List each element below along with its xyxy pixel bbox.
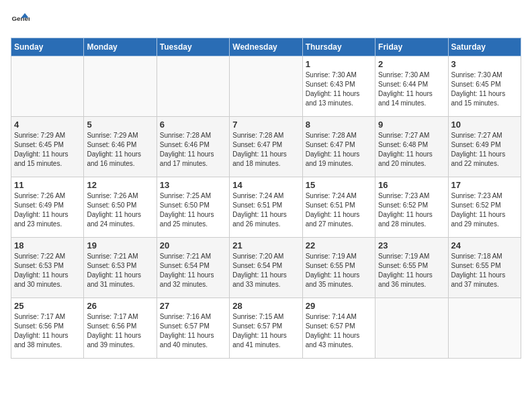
calendar-cell (230, 56, 302, 117)
day-number: 20 (160, 240, 226, 250)
day-detail: Sunrise: 7:30 AM Sunset: 6:44 PM Dayligh… (378, 71, 445, 108)
calendar-cell (11, 56, 84, 117)
day-detail: Sunrise: 7:20 AM Sunset: 6:54 PM Dayligh… (232, 252, 299, 289)
calendar-cell: 27Sunrise: 7:16 AM Sunset: 6:57 PM Dayli… (157, 298, 229, 359)
day-detail: Sunrise: 7:28 AM Sunset: 6:46 PM Dayligh… (160, 131, 226, 169)
day-number: 27 (160, 301, 226, 311)
calendar-cell: 6Sunrise: 7:28 AM Sunset: 6:46 PM Daylig… (157, 117, 229, 177)
day-number: 29 (306, 301, 372, 311)
day-detail: Sunrise: 7:22 AM Sunset: 6:53 PM Dayligh… (14, 252, 81, 289)
calendar-cell: 16Sunrise: 7:23 AM Sunset: 6:52 PM Dayli… (375, 177, 448, 238)
day-detail: Sunrise: 7:14 AM Sunset: 6:57 PM Dayligh… (306, 312, 372, 350)
day-number: 9 (378, 120, 445, 130)
day-detail: Sunrise: 7:30 AM Sunset: 6:43 PM Dayligh… (306, 71, 372, 108)
day-detail: Sunrise: 7:27 AM Sunset: 6:49 PM Dayligh… (451, 131, 518, 169)
calendar-cell: 23Sunrise: 7:19 AM Sunset: 6:55 PM Dayli… (375, 238, 448, 298)
calendar-week-row: 11Sunrise: 7:26 AM Sunset: 6:49 PM Dayli… (11, 177, 521, 238)
day-detail: Sunrise: 7:28 AM Sunset: 6:47 PM Dayligh… (232, 131, 299, 169)
day-number: 11 (14, 180, 81, 190)
day-detail: Sunrise: 7:25 AM Sunset: 6:50 PM Dayligh… (160, 191, 226, 229)
day-number: 16 (378, 180, 445, 190)
calendar-cell: 26Sunrise: 7:17 AM Sunset: 6:56 PM Dayli… (84, 298, 157, 359)
day-number: 28 (232, 301, 299, 311)
day-detail: Sunrise: 7:27 AM Sunset: 6:48 PM Dayligh… (378, 131, 445, 169)
day-detail: Sunrise: 7:15 AM Sunset: 6:57 PM Dayligh… (232, 312, 299, 350)
day-number: 22 (306, 240, 372, 250)
col-header-saturday: Saturday (448, 38, 521, 56)
calendar-cell: 24Sunrise: 7:18 AM Sunset: 6:55 PM Dayli… (448, 238, 521, 298)
calendar-cell (84, 56, 157, 117)
day-detail: Sunrise: 7:23 AM Sunset: 6:52 PM Dayligh… (451, 191, 518, 229)
col-header-friday: Friday (375, 38, 448, 56)
calendar-cell: 28Sunrise: 7:15 AM Sunset: 6:57 PM Dayli… (230, 298, 302, 359)
day-number: 3 (451, 59, 518, 69)
calendar-week-row: 18Sunrise: 7:22 AM Sunset: 6:53 PM Dayli… (11, 238, 521, 298)
calendar-cell: 13Sunrise: 7:25 AM Sunset: 6:50 PM Dayli… (157, 177, 229, 238)
calendar-cell: 21Sunrise: 7:20 AM Sunset: 6:54 PM Dayli… (230, 238, 302, 298)
day-number: 12 (87, 180, 153, 190)
day-detail: Sunrise: 7:30 AM Sunset: 6:45 PM Dayligh… (451, 71, 518, 108)
day-detail: Sunrise: 7:26 AM Sunset: 6:50 PM Dayligh… (87, 191, 153, 229)
day-number: 23 (378, 240, 445, 250)
day-number: 1 (306, 59, 372, 69)
calendar-cell: 9Sunrise: 7:27 AM Sunset: 6:48 PM Daylig… (375, 117, 448, 177)
calendar-cell: 20Sunrise: 7:21 AM Sunset: 6:54 PM Dayli… (157, 238, 229, 298)
calendar-cell: 14Sunrise: 7:24 AM Sunset: 6:51 PM Dayli… (230, 177, 302, 238)
logo-icon: General (11, 11, 30, 30)
day-number: 7 (232, 120, 299, 130)
calendar-cell: 19Sunrise: 7:21 AM Sunset: 6:53 PM Dayli… (84, 238, 157, 298)
day-detail: Sunrise: 7:28 AM Sunset: 6:47 PM Dayligh… (306, 131, 372, 169)
calendar-cell: 18Sunrise: 7:22 AM Sunset: 6:53 PM Dayli… (11, 238, 84, 298)
calendar-table: SundayMondayTuesdayWednesdayThursdayFrid… (11, 38, 521, 359)
col-header-tuesday: Tuesday (157, 38, 229, 56)
calendar-week-row: 1Sunrise: 7:30 AM Sunset: 6:43 PM Daylig… (11, 56, 521, 117)
calendar-cell: 25Sunrise: 7:17 AM Sunset: 6:56 PM Dayli… (11, 298, 84, 359)
day-detail: Sunrise: 7:23 AM Sunset: 6:52 PM Dayligh… (378, 191, 445, 229)
calendar-week-row: 4Sunrise: 7:29 AM Sunset: 6:45 PM Daylig… (11, 117, 521, 177)
day-number: 6 (160, 120, 226, 130)
calendar-cell: 17Sunrise: 7:23 AM Sunset: 6:52 PM Dayli… (448, 177, 521, 238)
calendar-cell: 11Sunrise: 7:26 AM Sunset: 6:49 PM Dayli… (11, 177, 84, 238)
col-header-thursday: Thursday (302, 38, 375, 56)
day-number: 4 (14, 120, 81, 130)
calendar-cell: 12Sunrise: 7:26 AM Sunset: 6:50 PM Dayli… (84, 177, 157, 238)
day-number: 26 (87, 301, 153, 311)
calendar-cell: 5Sunrise: 7:29 AM Sunset: 6:46 PM Daylig… (84, 117, 157, 177)
day-detail: Sunrise: 7:29 AM Sunset: 6:45 PM Dayligh… (14, 131, 81, 169)
day-detail: Sunrise: 7:17 AM Sunset: 6:56 PM Dayligh… (87, 312, 153, 350)
day-number: 25 (14, 301, 81, 311)
day-detail: Sunrise: 7:17 AM Sunset: 6:56 PM Dayligh… (14, 312, 81, 350)
logo: General (11, 11, 32, 30)
day-number: 18 (14, 240, 81, 250)
calendar-cell: 2Sunrise: 7:30 AM Sunset: 6:44 PM Daylig… (375, 56, 448, 117)
day-number: 15 (306, 180, 372, 190)
col-header-wednesday: Wednesday (230, 38, 302, 56)
day-number: 19 (87, 240, 153, 250)
day-number: 2 (378, 59, 445, 69)
day-detail: Sunrise: 7:19 AM Sunset: 6:55 PM Dayligh… (306, 252, 372, 289)
calendar-cell: 3Sunrise: 7:30 AM Sunset: 6:45 PM Daylig… (448, 56, 521, 117)
day-detail: Sunrise: 7:26 AM Sunset: 6:49 PM Dayligh… (14, 191, 81, 229)
calendar-cell (157, 56, 229, 117)
col-header-sunday: Sunday (11, 38, 84, 56)
calendar-cell: 8Sunrise: 7:28 AM Sunset: 6:47 PM Daylig… (302, 117, 375, 177)
calendar-cell: 22Sunrise: 7:19 AM Sunset: 6:55 PM Dayli… (302, 238, 375, 298)
day-detail: Sunrise: 7:16 AM Sunset: 6:57 PM Dayligh… (160, 312, 226, 350)
calendar-cell: 4Sunrise: 7:29 AM Sunset: 6:45 PM Daylig… (11, 117, 84, 177)
day-number: 10 (451, 120, 518, 130)
calendar-cell: 10Sunrise: 7:27 AM Sunset: 6:49 PM Dayli… (448, 117, 521, 177)
day-detail: Sunrise: 7:29 AM Sunset: 6:46 PM Dayligh… (87, 131, 153, 169)
calendar-cell: 29Sunrise: 7:14 AM Sunset: 6:57 PM Dayli… (302, 298, 375, 359)
day-number: 21 (232, 240, 299, 250)
day-detail: Sunrise: 7:24 AM Sunset: 6:51 PM Dayligh… (232, 191, 299, 229)
col-header-monday: Monday (84, 38, 157, 56)
day-number: 14 (232, 180, 299, 190)
day-number: 5 (87, 120, 153, 130)
calendar-header-row: SundayMondayTuesdayWednesdayThursdayFrid… (11, 38, 521, 56)
day-detail: Sunrise: 7:24 AM Sunset: 6:51 PM Dayligh… (306, 191, 372, 229)
day-detail: Sunrise: 7:21 AM Sunset: 6:54 PM Dayligh… (160, 252, 226, 289)
day-number: 8 (306, 120, 372, 130)
day-detail: Sunrise: 7:18 AM Sunset: 6:55 PM Dayligh… (451, 252, 518, 289)
calendar-week-row: 25Sunrise: 7:17 AM Sunset: 6:56 PM Dayli… (11, 298, 521, 359)
day-number: 24 (451, 240, 518, 250)
